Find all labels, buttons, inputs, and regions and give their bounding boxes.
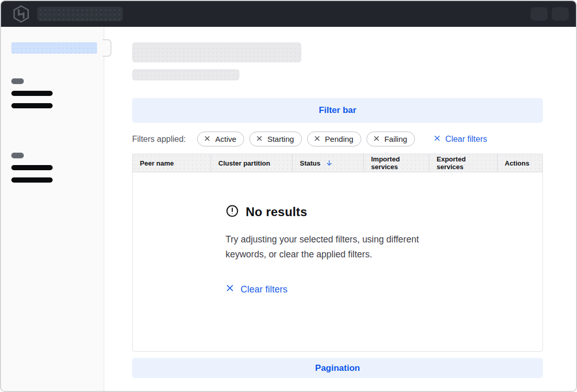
nav-help-skeleton [531,7,548,21]
top-nav [1,1,576,27]
column-header-imported-services: Imported services [364,154,429,172]
x-icon [256,135,263,143]
page-subtitle-skeleton [132,69,239,80]
x-icon [226,284,234,295]
sidebar-item-skeleton[interactable] [11,91,53,96]
hashicorp-logo-icon [12,5,30,23]
table-header-row: Peer name Cluster partition Status Impor… [132,154,543,172]
sidebar [1,27,104,391]
sidebar-section-label-skeleton [11,153,24,158]
empty-state-clear-filters-label: Clear filters [241,284,287,295]
sidebar-section-label-skeleton [11,78,24,84]
filter-pill-label: Active [215,135,236,143]
sidebar-item-skeleton[interactable] [11,165,53,170]
empty-state-description: Try adjusting your selected filters, usi… [226,232,448,262]
column-header-status[interactable]: Status [293,154,364,172]
sidebar-active-item-skeleton[interactable] [11,42,97,54]
main-content: Filter bar Filters applied: Active Start… [104,27,576,391]
sidebar-collapse-handle[interactable] [103,39,111,57]
applied-filters-row: Filters applied: Active Starting Pending [132,132,543,146]
sidebar-item-skeleton[interactable] [11,103,53,108]
nav-search-skeleton [37,7,123,21]
filter-bar-placeholder: Filter bar [132,98,543,123]
sidebar-item-skeleton[interactable] [11,177,53,183]
filter-bar-label: Filter bar [319,105,357,116]
alert-circle-icon [226,204,239,220]
filters-applied-label: Filters applied: [132,135,186,144]
sort-arrow-down-icon[interactable] [326,159,333,167]
nav-user-skeleton [552,7,569,21]
pagination-label: Pagination [315,363,360,373]
filter-pill-pending[interactable]: Pending [307,132,361,146]
peers-table: Peer name Cluster partition Status Impor… [132,154,543,352]
x-icon [373,135,380,143]
table-body: No results Try adjusting your selected f… [132,172,543,352]
page-title-skeleton [132,42,301,62]
filter-pill-label: Pending [325,135,354,143]
filter-pill-starting[interactable]: Starting [249,132,302,146]
column-header-exported-services: Exported services [429,154,498,172]
empty-state-clear-filters-link[interactable]: Clear filters [226,284,287,295]
column-header-actions: Actions [498,154,542,172]
filter-pill-label: Starting [267,135,294,143]
clear-filters-label: Clear filters [445,135,487,144]
app-window: Filter bar Filters applied: Active Start… [0,0,577,392]
pagination-placeholder: Pagination [132,358,543,378]
clear-filters-link[interactable]: Clear filters [434,135,487,144]
empty-state: No results Try adjusting your selected f… [226,204,448,295]
filter-pill-active[interactable]: Active [197,132,244,146]
x-icon [314,135,320,143]
column-header-peer-name: Peer name [133,154,211,172]
column-header-cluster-partition: Cluster partition [211,154,293,172]
filter-pill-failing[interactable]: Failing [366,132,415,146]
filter-pill-label: Failing [384,135,407,143]
empty-state-title: No results [246,205,307,219]
x-icon [204,135,211,143]
x-icon [434,135,441,144]
